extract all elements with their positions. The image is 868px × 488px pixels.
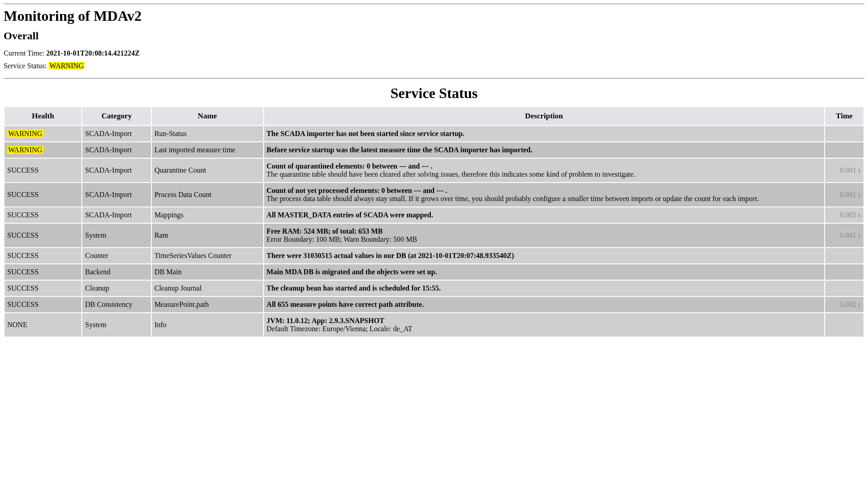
service-status-label: Service Status: — [4, 62, 49, 70]
description-sub: Error Boundary: 100 MB; Warn Boundary: 5… — [267, 235, 417, 243]
name-cell: DB Main — [152, 264, 263, 280]
time-cell: 0.001 s — [825, 224, 863, 247]
category-cell: Backend — [82, 264, 151, 280]
health-cell: SUCCESS — [5, 183, 81, 206]
description-main: Before service startup was the latest me… — [267, 146, 533, 154]
name-cell: Cleanup Journal — [152, 281, 263, 296]
category-cell: DB Consistency — [82, 297, 151, 312]
description-main: All 655 measure points have correct path… — [267, 300, 424, 308]
time-cell — [825, 248, 863, 263]
description-cell: The cleanup bean has started and is sche… — [264, 281, 824, 296]
table-row: SUCCESSSystemRamFree RAM: 524 MB; of tot… — [5, 224, 863, 247]
table-row: SUCCESSCleanupCleanup JournalThe cleanup… — [5, 281, 863, 296]
current-time-value: 2021-10-01T20:08:14.421224Z — [46, 49, 140, 57]
table-row: SUCCESSSCADA-ImportProcess Data CountCou… — [5, 183, 863, 206]
time-cell — [825, 264, 863, 280]
health-cell: SUCCESS — [5, 159, 81, 182]
name-cell: Info — [152, 313, 263, 337]
overall-heading: Overall — [4, 30, 864, 42]
description-main: The SCADA importer has not been started … — [267, 130, 465, 137]
col-health: Health — [5, 107, 81, 125]
current-time-label: Current Time: — [4, 49, 46, 57]
col-time: Time — [825, 107, 863, 125]
description-main: JVM: 11.0.12; App: 2.9.3.SNAPSHOT — [267, 317, 384, 324]
page-title: Monitoring of MDAv2 — [4, 8, 864, 24]
description-main: Free RAM: 524 MB; of total: 653 MB — [267, 227, 383, 235]
name-cell: Process Data Count — [152, 183, 263, 206]
time-cell: 0.001 s — [825, 183, 863, 206]
category-cell: Counter — [82, 248, 151, 263]
description-main: Count of quarantined elements: 0 between… — [267, 162, 433, 170]
time-cell: 0.002 s — [825, 297, 863, 312]
col-name: Name — [152, 107, 263, 125]
description-main: All MASTER_DATA entries of SCADA were ma… — [267, 211, 433, 219]
table-row: WARNINGSCADA-ImportRun-StatusThe SCADA i… — [5, 126, 863, 141]
description-cell: All 655 measure points have correct path… — [264, 297, 824, 312]
status-badge: WARNING — [7, 146, 43, 154]
health-cell: SUCCESS — [5, 248, 81, 263]
category-cell: SCADA-Import — [82, 126, 151, 141]
category-cell: SCADA-Import — [82, 207, 151, 223]
description-main: The cleanup bean has started and is sche… — [267, 284, 441, 292]
description-cell: The SCADA importer has not been started … — [264, 126, 824, 141]
time-cell — [825, 313, 863, 337]
description-main: Count of not yet processed elements: 0 b… — [267, 187, 448, 194]
status-badge: WARNING — [7, 130, 43, 138]
description-sub: The quarantine table should have been cl… — [267, 170, 636, 178]
table-row: SUCCESSSCADA-ImportMappingsAll MASTER_DA… — [5, 207, 863, 223]
table-row: SUCCESSDB ConsistencyMeasurePoint.pathAl… — [5, 297, 863, 312]
time-cell — [825, 142, 863, 158]
name-cell: Quarantine Count — [152, 159, 263, 182]
category-cell: SCADA-Import — [82, 159, 151, 182]
table-row: SUCCESSSCADA-ImportQuarantine CountCount… — [5, 159, 863, 182]
description-cell: Count of quarantined elements: 0 between… — [264, 159, 824, 182]
name-cell: TimeSeriesValues Counter — [152, 248, 263, 263]
description-cell: JVM: 11.0.12; App: 2.9.3.SNAPSHOTDefault… — [264, 313, 824, 337]
col-description: Description — [264, 107, 824, 125]
health-cell: SUCCESS — [5, 224, 81, 247]
description-main: There were 31030515 actual values in our… — [267, 252, 514, 259]
divider — [4, 78, 864, 79]
current-time-line: Current Time: 2021-10-01T20:08:14.421224… — [4, 49, 864, 57]
time-cell: 0.001 s — [825, 159, 863, 182]
category-cell: System — [82, 224, 151, 247]
description-main: Main MDA DB is migrated and the objects … — [267, 268, 437, 276]
health-cell: SUCCESS — [5, 264, 81, 280]
category-cell: System — [82, 313, 151, 337]
description-cell: Before service startup was the latest me… — [264, 142, 824, 158]
service-status-heading: Service Status — [4, 85, 864, 102]
col-category: Category — [82, 107, 151, 125]
description-cell: All MASTER_DATA entries of SCADA were ma… — [264, 207, 824, 223]
description-cell: Main MDA DB is migrated and the objects … — [264, 264, 824, 280]
health-cell: SUCCESS — [5, 297, 81, 312]
description-cell: There were 31030515 actual values in our… — [264, 248, 824, 263]
name-cell: Run-Status — [152, 126, 263, 141]
category-cell: SCADA-Import — [82, 142, 151, 158]
table-row: WARNINGSCADA-ImportLast imported measure… — [5, 142, 863, 158]
description-sub: The process data table should always sta… — [267, 195, 759, 202]
category-cell: SCADA-Import — [82, 183, 151, 206]
time-cell — [825, 281, 863, 296]
table-row: SUCCESSBackendDB MainMain MDA DB is migr… — [5, 264, 863, 280]
status-table: Health Category Name Description Time WA… — [4, 106, 864, 338]
service-status-line: Service Status: WARNING — [4, 62, 864, 70]
name-cell: Mappings — [152, 207, 263, 223]
health-cell: WARNING — [5, 142, 81, 158]
description-cell: Count of not yet processed elements: 0 b… — [264, 183, 824, 206]
health-cell: SUCCESS — [5, 207, 81, 223]
name-cell: MeasurePoint.path — [152, 297, 263, 312]
service-status-badge: WARNING — [49, 62, 85, 70]
table-row: SUCCESSCounterTimeSeriesValues CounterTh… — [5, 248, 863, 263]
name-cell: Ram — [152, 224, 263, 247]
time-cell: 0.005 s — [825, 207, 863, 223]
health-cell: SUCCESS — [5, 281, 81, 296]
description-cell: Free RAM: 524 MB; of total: 653 MBError … — [264, 224, 824, 247]
description-sub: Default Timezone: Europe/Vienna; Locale:… — [267, 325, 413, 333]
health-cell: WARNING — [5, 126, 81, 141]
time-cell — [825, 126, 863, 141]
category-cell: Cleanup — [82, 281, 151, 296]
name-cell: Last imported measure time — [152, 142, 263, 158]
health-cell: NONE — [5, 313, 81, 337]
table-row: NONESystemInfoJVM: 11.0.12; App: 2.9.3.S… — [5, 313, 863, 337]
table-header-row: Health Category Name Description Time — [5, 107, 863, 125]
